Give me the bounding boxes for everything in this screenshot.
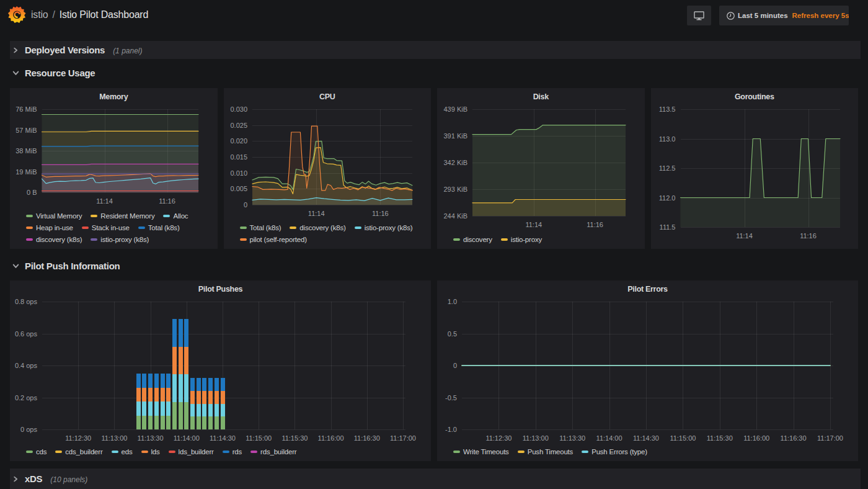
legend-item[interactable]: Alloc xyxy=(163,212,188,220)
row-xds[interactable]: xDS (10 panels) xyxy=(10,469,861,489)
legend-series-icon xyxy=(26,227,33,229)
legend-item[interactable]: Write Timeouts xyxy=(453,448,509,455)
legend-row: discovery (k8s)istio-proxy (k8s) xyxy=(26,233,197,245)
svg-text:0: 0 xyxy=(243,201,247,209)
svg-text:11:14: 11:14 xyxy=(96,197,113,205)
legend-item[interactable]: rds_builderr xyxy=(250,448,296,455)
legend-item[interactable]: pilot (self-reported) xyxy=(240,236,307,243)
legend-row: discoveryistio-proxy xyxy=(453,233,551,245)
legend-item[interactable]: cds_builderr xyxy=(55,448,102,455)
row-deployed-versions[interactable]: Deployed Versions (1 panel) xyxy=(10,41,861,59)
svg-text:0.5: 0.5 xyxy=(448,330,457,338)
legend-item[interactable]: lds xyxy=(141,448,160,455)
row-panel-count: (10 panels) xyxy=(50,474,87,484)
svg-text:391 KiB: 391 KiB xyxy=(443,132,467,140)
breadcrumb-folder[interactable]: istio xyxy=(31,9,48,20)
svg-text:112.5: 112.5 xyxy=(658,164,675,172)
legend-series-icon xyxy=(112,451,118,453)
panel-pilot-pushes: Pilot Pushes 0 ops0.2 ops0.4 ops0.6 ops0… xyxy=(10,280,431,461)
legend-series-label: Virtual Memory xyxy=(36,212,82,220)
svg-text:11:16:30: 11:16:30 xyxy=(354,434,380,442)
svg-text:38 MiB: 38 MiB xyxy=(16,147,37,155)
svg-text:11:15:30: 11:15:30 xyxy=(281,434,308,442)
svg-text:0.015: 0.015 xyxy=(230,153,247,161)
svg-text:11:13:30: 11:13:30 xyxy=(559,434,585,442)
svg-text:76 MiB: 76 MiB xyxy=(16,105,37,113)
legend-row: Write TimeoutsPush TimeoutsPush Errors (… xyxy=(453,446,656,457)
legend-item[interactable]: istio-proxy (k8s) xyxy=(355,224,413,231)
svg-text:11:16: 11:16 xyxy=(372,210,389,217)
svg-text:11:17:00: 11:17:00 xyxy=(390,434,416,442)
tv-icon xyxy=(694,11,704,20)
legend-row: pilot (self-reported) xyxy=(240,233,422,245)
refresh-interval-label: Refresh every 5s xyxy=(792,12,849,19)
svg-text:-0.5: -0.5 xyxy=(445,394,457,402)
legend-series-icon xyxy=(82,227,89,229)
legend-series-icon xyxy=(355,227,361,229)
svg-text:11:13:00: 11:13:00 xyxy=(523,434,549,442)
svg-text:439 KiB: 439 KiB xyxy=(443,105,467,113)
legend-series-label: Push Timeouts xyxy=(528,448,573,455)
svg-text:11:14:00: 11:14:00 xyxy=(174,434,200,442)
legend-series-label: Total (k8s) xyxy=(148,224,180,231)
dashboard-page: istio / Istio Pilot Dashboard Last 5 min… xyxy=(0,0,868,489)
legend-item[interactable]: Total (k8s) xyxy=(240,224,281,231)
legend-series-label: eds xyxy=(122,448,133,455)
legend-item[interactable]: Virtual Memory xyxy=(26,212,82,220)
legend-series-label: Stack in-use xyxy=(92,224,130,231)
legend-item[interactable]: cds xyxy=(26,448,46,455)
legend-item[interactable]: Total (k8s) xyxy=(138,224,180,231)
chevron-down-icon xyxy=(10,70,21,76)
legend-item[interactable]: Heap in-use xyxy=(26,224,73,231)
svg-text:11:15:00: 11:15:00 xyxy=(246,434,272,442)
legend-series-icon xyxy=(91,238,97,241)
dashboard-header: istio / Istio Pilot Dashboard Last 5 min… xyxy=(0,0,868,30)
legend-series-icon xyxy=(141,451,148,453)
legend-item[interactable]: istio-proxy (k8s) xyxy=(91,236,149,243)
legend-series-label: lds xyxy=(151,448,160,455)
row-title: Deployed Versions xyxy=(25,45,105,55)
legend-row: Heap in-useStack in-useTotal (k8s) xyxy=(26,222,197,233)
legend-series-label: discovery (k8s) xyxy=(36,236,82,243)
svg-text:0.010: 0.010 xyxy=(230,169,247,177)
svg-text:342 KiB: 342 KiB xyxy=(443,159,467,166)
legend-series-icon xyxy=(169,451,175,453)
legend-series-icon xyxy=(223,451,229,453)
row-resource-usage[interactable]: Resource Usage xyxy=(10,63,95,82)
legend-item[interactable]: lds_builderr xyxy=(169,448,214,455)
legend-series-icon xyxy=(55,451,62,453)
tv-mode-button[interactable] xyxy=(687,6,711,25)
legend-series-icon xyxy=(501,238,508,241)
svg-text:11:13:00: 11:13:00 xyxy=(101,434,127,442)
legend-item[interactable]: Stack in-use xyxy=(82,224,130,231)
svg-text:11:16: 11:16 xyxy=(800,232,817,240)
time-picker-button[interactable]: Last 5 minutes Refresh every 5s xyxy=(719,6,849,25)
svg-text:11:16: 11:16 xyxy=(159,197,175,205)
legend-item[interactable]: discovery (k8s) xyxy=(26,236,82,243)
legend-item[interactable]: Push Timeouts xyxy=(518,448,573,455)
chevron-right-icon xyxy=(10,476,21,482)
legend-series-label: rds xyxy=(232,448,242,455)
breadcrumb-dashboard-title[interactable]: Istio Pilot Dashboard xyxy=(60,9,148,20)
chevron-down-icon xyxy=(10,262,21,269)
panel-memory: Memory 0 B19 MiB38 MiB57 MiB76 MiB11:141… xyxy=(10,88,218,249)
legend-item[interactable]: eds xyxy=(112,448,133,455)
legend-item[interactable]: Resident Memory xyxy=(91,212,154,220)
svg-text:1.0: 1.0 xyxy=(448,298,457,305)
legend-item[interactable]: discovery (k8s) xyxy=(290,224,345,231)
legend-series-icon xyxy=(240,238,247,241)
time-range-label: Last 5 minutes xyxy=(738,12,788,19)
legend-item[interactable]: istio-proxy xyxy=(501,236,542,243)
svg-text:11:13:30: 11:13:30 xyxy=(138,434,164,442)
row-pilot-push-information[interactable]: Pilot Push Information xyxy=(10,256,120,275)
legend-item[interactable]: discovery xyxy=(453,236,492,243)
svg-text:11:16:00: 11:16:00 xyxy=(318,434,344,442)
legend-series-label: Heap in-use xyxy=(36,224,73,231)
legend-series-label: Resident Memory xyxy=(100,212,154,220)
grafana-logo[interactable] xyxy=(7,5,26,24)
legend-series-label: istio-proxy xyxy=(511,236,542,243)
svg-text:11:15:30: 11:15:30 xyxy=(707,434,733,442)
row-title: Resource Usage xyxy=(25,68,95,78)
legend-item[interactable]: Push Errors (type) xyxy=(582,448,647,455)
legend-item[interactable]: rds xyxy=(223,448,242,455)
